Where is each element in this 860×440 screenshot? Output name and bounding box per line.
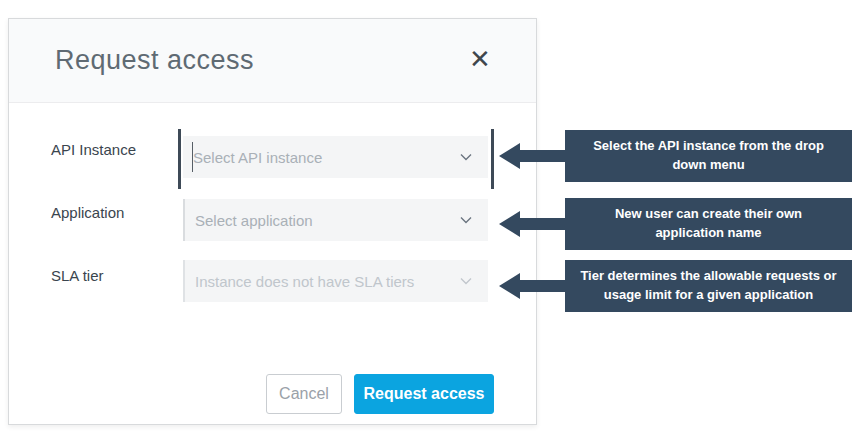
chevron-down-icon bbox=[458, 212, 474, 228]
callout-text: Select the API instance from the drop do… bbox=[579, 137, 838, 175]
dialog-header: Request access ✕ bbox=[9, 19, 536, 103]
screenshot-stage: Request access ✕ API Instance Select API… bbox=[0, 0, 860, 440]
api-instance-label: API Instance bbox=[51, 141, 136, 158]
sla-tier-select: Instance does not have SLA tiers bbox=[183, 260, 488, 302]
request-access-dialog: Request access ✕ API Instance Select API… bbox=[8, 18, 537, 425]
sla-tier-label: SLA tier bbox=[51, 267, 104, 284]
application-placeholder: Select application bbox=[195, 212, 458, 229]
arrow-left-icon bbox=[499, 143, 565, 169]
callout-application: New user can create their own applicatio… bbox=[565, 198, 852, 250]
text-cursor bbox=[192, 142, 193, 172]
arrow-left-icon bbox=[499, 273, 565, 299]
api-instance-select[interactable]: Select API instance bbox=[183, 136, 488, 178]
callout-api-instance: Select the API instance from the drop do… bbox=[565, 130, 852, 182]
dialog-title: Request access bbox=[55, 45, 254, 76]
arrow-left-icon bbox=[499, 211, 565, 237]
chevron-down-icon bbox=[458, 273, 474, 289]
highlight-bar-left bbox=[178, 129, 181, 189]
api-instance-placeholder: Select API instance bbox=[193, 149, 458, 166]
highlight-bar-right bbox=[491, 129, 494, 189]
cancel-button[interactable]: Cancel bbox=[266, 374, 342, 414]
close-icon[interactable]: ✕ bbox=[462, 41, 498, 77]
application-label: Application bbox=[51, 204, 124, 221]
chevron-down-icon bbox=[458, 149, 474, 165]
callout-sla-tier: Tier determines the allowable requests o… bbox=[565, 260, 852, 312]
application-select[interactable]: Select application bbox=[183, 199, 488, 241]
callout-text: Tier determines the allowable requests o… bbox=[579, 267, 838, 305]
request-access-button[interactable]: Request access bbox=[354, 374, 494, 414]
callout-text: New user can create their own applicatio… bbox=[579, 205, 838, 243]
sla-tier-placeholder: Instance does not have SLA tiers bbox=[195, 273, 458, 290]
